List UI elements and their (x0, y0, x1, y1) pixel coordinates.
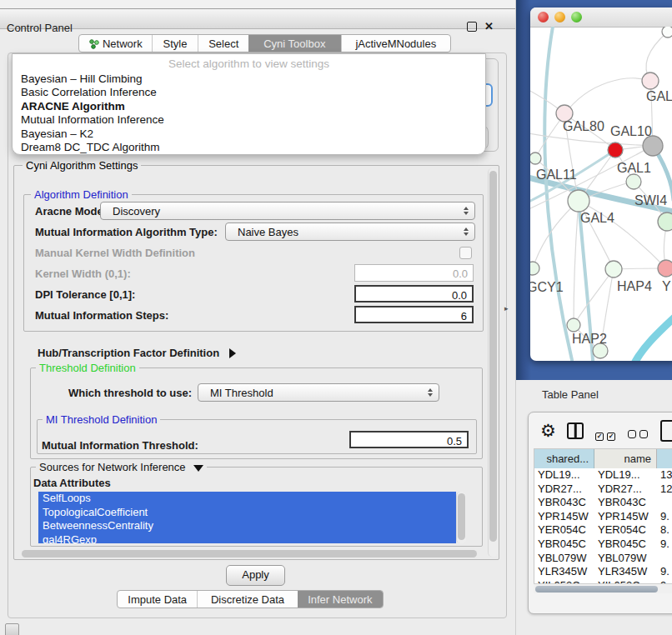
network-edge[interactable] (574, 269, 614, 325)
settings-vertical-scrollbar[interactable] (488, 168, 498, 557)
tab-network[interactable]: Network (79, 35, 152, 52)
sources-title[interactable]: Sources for Network Inference (36, 461, 207, 473)
table-row[interactable]: YBL079WYBL079W (534, 552, 672, 566)
settings-gear-icon[interactable]: ⚙ (540, 422, 556, 439)
tab-impute-data[interactable]: Impute Data (118, 591, 197, 608)
kernel-width-input[interactable]: 0.0 (354, 264, 474, 282)
table-cell: YPR145W (534, 510, 598, 522)
table-cell: 8. (657, 523, 672, 536)
apply-button[interactable]: Apply (226, 565, 285, 586)
network-edge[interactable] (544, 27, 572, 360)
network-node-swi4[interactable] (658, 212, 672, 231)
algorithm-option-basic-correlation-inference[interactable]: Basic Correlation Inference (21, 86, 477, 99)
minimized-panel-icon[interactable] (5, 623, 19, 635)
attributes-vscrollbar[interactable] (456, 492, 466, 543)
table-row[interactable]: YPR145WYPR145W9. (534, 510, 672, 524)
table-row[interactable]: YLR345WYLR345W9. (534, 565, 672, 579)
algorithm-option-bayesian-k2[interactable]: Bayesian – K2 (21, 128, 477, 141)
network-node-gal11[interactable] (530, 152, 541, 164)
aracne-mode-label: Aracne Mode: (35, 205, 107, 218)
which-threshold-value: MI Threshold (210, 387, 273, 399)
mi-type-combo[interactable]: Naive Bayes (225, 222, 475, 241)
tab-discretize-data[interactable]: Discretize Data (197, 591, 297, 608)
network-window-titlebar[interactable] (530, 8, 672, 28)
table-row[interactable]: YER054CYER054C8. (534, 523, 672, 538)
network-node-gal1[interactable] (626, 174, 641, 189)
expanded-arrow-icon (193, 465, 203, 472)
kernel-width-value: 0.0 (453, 268, 468, 280)
which-threshold-combo[interactable]: MI Threshold (198, 383, 439, 402)
table-row[interactable]: YBR043CYBR043C (534, 496, 672, 510)
network-edge[interactable] (635, 315, 672, 361)
zoom-traffic-light-icon[interactable] (571, 12, 582, 22)
settings-vscroll-thumb[interactable] (489, 171, 497, 542)
table-cell: YBR043C (534, 496, 598, 508)
network-view-window[interactable]: GALGAL80GAL10GAL11GAL1GAL4SWI4GCY1HAP4YH… (530, 8, 672, 361)
aracne-mode-combo[interactable]: Discovery (100, 202, 475, 220)
hub-definition-toggle[interactable]: Hub/Transcription Factor Definition (38, 347, 236, 359)
deselect-all-checkboxes-icon[interactable] (628, 427, 648, 442)
control-panel-titlebar[interactable]: Control Panel ✕ (0, 9, 515, 29)
manual-kernel-checkbox[interactable] (459, 247, 472, 259)
tab-select[interactable]: Select (198, 35, 248, 52)
network-node-gal[interactable] (642, 72, 659, 89)
data-attribute-betweennesscentrality[interactable]: BetweennessCentrality (38, 519, 456, 533)
network-node-y[interactable] (658, 260, 672, 277)
network-node[interactable] (643, 136, 663, 156)
network-edge[interactable] (564, 78, 650, 114)
table-cell: YBR043C (594, 496, 660, 508)
data-attribute-gal4rgexp[interactable]: gal4RGexp (38, 533, 456, 544)
table-panel-title: Table Panel (542, 388, 599, 401)
mi-threshold-input[interactable]: 0.5 (349, 431, 469, 448)
algorithm-option-aracne-algorithm[interactable]: ARACNE Algorithm (21, 100, 477, 113)
tab-cyni-toolbox[interactable]: Cyni Toolbox (248, 35, 341, 52)
float-window-icon[interactable] (467, 22, 477, 32)
tab-label: Style (163, 38, 188, 50)
algorithm-option-dream8-dc-tdc-algorithm[interactable]: Dream8 DC_TDC Algorithm (21, 141, 477, 154)
settings-hscroll-thumb[interactable] (22, 550, 477, 558)
network-node-gcy1[interactable] (530, 262, 539, 275)
algorithm-option-bayesian-hill-climbing[interactable]: Bayesian – Hill Climbing (21, 72, 477, 86)
network-node-gal10[interactable] (608, 142, 623, 158)
attributes-vscroll-thumb[interactable] (458, 493, 465, 540)
data-attribute-selfloops[interactable]: SelfLoops (38, 492, 456, 506)
mi-threshold-definition-title: MI Threshold Definition (43, 413, 160, 426)
table-row[interactable]: YDR27...YDR27...12 (534, 482, 672, 497)
tab-style[interactable]: Style (152, 35, 198, 52)
network-edge[interactable] (533, 201, 579, 268)
node-table[interactable]: shared...nameA YDL19...YDL19...13YDR27..… (534, 448, 672, 585)
mi-steps-input[interactable]: 6 (354, 306, 474, 323)
combo-spinner-icon (428, 388, 433, 397)
table-row[interactable]: YBR045CYBR045C9. (534, 538, 672, 552)
column-header-name[interactable]: name (594, 449, 657, 468)
tab-infer-network[interactable]: Infer Network (298, 591, 383, 608)
screen: Control Panel ✕ NetworkStyleSelectCyni T… (0, 0, 672, 635)
data-attribute-topologicalcoefficient[interactable]: TopologicalCoefficient (38, 506, 456, 520)
algorithm-option-mutual-information-inference[interactable]: Mutual Information Inference (21, 113, 477, 127)
table-hscroll-thumb[interactable] (535, 586, 658, 592)
column-header-a[interactable]: A (657, 449, 672, 468)
dpi-tolerance-label: DPI Tolerance [0,1]: (35, 288, 135, 301)
data-attributes-list[interactable]: SelfLoopsTopologicalCoefficientBetweenne… (38, 492, 456, 543)
column-layout-icon[interactable] (567, 422, 584, 439)
mi-type-label: Mutual Information Algorithm Type: (35, 226, 218, 238)
cursor-mark: ▸ (504, 304, 509, 312)
column-header-shared[interactable]: shared... (534, 449, 594, 468)
network-node[interactable] (662, 27, 672, 38)
control-panel-window: Control Panel ✕ NetworkStyleSelectCyni T… (0, 0, 516, 635)
page-icon[interactable] (660, 420, 672, 442)
network-node-hap2[interactable] (567, 318, 580, 332)
network-canvas[interactable]: GALGAL80GAL10GAL11GAL1GAL4SWI4GCY1HAP4YH… (530, 27, 672, 361)
network-node-hap4[interactable] (605, 261, 622, 278)
dpi-tolerance-input[interactable]: 0.0 (354, 285, 474, 302)
select-all-checkboxes-icon[interactable]: ✓✓ (595, 427, 615, 442)
close-traffic-light-icon[interactable] (538, 12, 549, 22)
network-edge[interactable] (574, 201, 579, 325)
cyni-bottom-tabs: Impute DataDiscretize DataInfer Network (117, 590, 384, 608)
minimize-traffic-light-icon[interactable] (554, 12, 565, 22)
table-row[interactable]: YDL19...YDL19...13 (534, 468, 672, 482)
table-hscrollbar[interactable] (534, 583, 672, 593)
network-node-gal4[interactable] (568, 190, 589, 212)
close-icon[interactable]: ✕ (484, 20, 494, 32)
tab-jactivemnodules[interactable]: jActiveMNodules (341, 35, 450, 52)
